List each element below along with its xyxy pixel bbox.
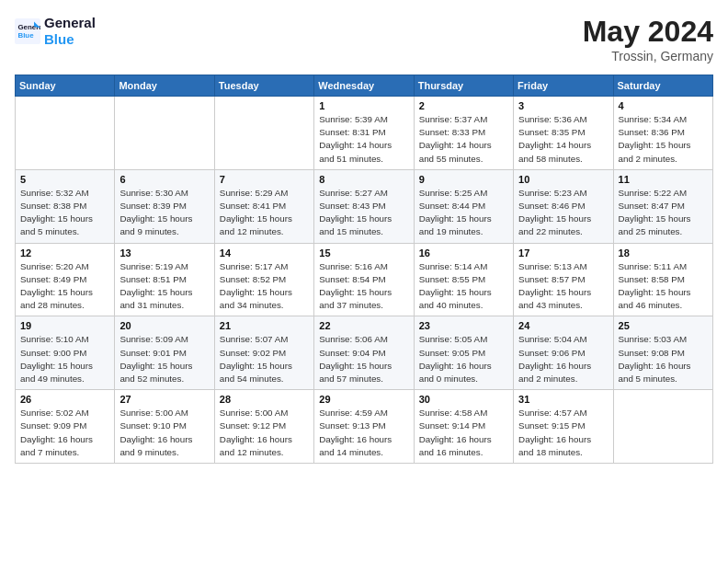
calendar-day-cell: 15Sunrise: 5:16 AMSunset: 8:54 PMDayligh…	[314, 243, 414, 316]
calendar-day-cell: 27Sunrise: 5:00 AMSunset: 9:10 PMDayligh…	[115, 390, 214, 464]
day-info: Sunrise: 5:32 AMSunset: 8:38 PMDaylight:…	[20, 187, 109, 239]
day-number: 19	[20, 320, 109, 331]
day-number: 16	[419, 247, 508, 259]
day-info: Sunrise: 5:20 AMSunset: 8:49 PMDaylight:…	[20, 260, 109, 313]
day-info: Sunrise: 5:05 AMSunset: 9:05 PMDaylight:…	[419, 333, 508, 385]
day-info: Sunrise: 5:39 AMSunset: 8:31 PMDaylight:…	[319, 113, 408, 166]
day-number: 24	[518, 320, 608, 331]
calendar-week-5: 26Sunrise: 5:02 AMSunset: 9:09 PMDayligh…	[16, 390, 713, 464]
day-number: 5	[20, 174, 109, 185]
day-info: Sunrise: 5:02 AMSunset: 9:09 PMDaylight:…	[20, 407, 109, 459]
calendar-day-cell: 16Sunrise: 5:14 AMSunset: 8:55 PMDayligh…	[414, 243, 513, 316]
calendar-day-cell: 29Sunrise: 4:59 AMSunset: 9:13 PMDayligh…	[314, 390, 414, 464]
day-number: 21	[220, 320, 309, 331]
calendar-day-cell: 3Sunrise: 5:36 AMSunset: 8:35 PMDaylight…	[514, 97, 613, 170]
day-info: Sunrise: 5:13 AMSunset: 8:57 PMDaylight:…	[518, 260, 608, 313]
day-number: 12	[20, 247, 109, 259]
logo-icon: General Blue	[15, 18, 40, 44]
calendar-day-cell: 1Sunrise: 5:39 AMSunset: 8:31 PMDaylight…	[314, 97, 414, 170]
day-info: Sunrise: 5:00 AMSunset: 9:12 PMDaylight:…	[220, 407, 309, 459]
day-number: 7	[220, 174, 309, 185]
calendar-day-cell: 28Sunrise: 5:00 AMSunset: 9:12 PMDayligh…	[214, 390, 313, 464]
day-info: Sunrise: 5:23 AMSunset: 8:46 PMDaylight:…	[518, 187, 608, 239]
day-info: Sunrise: 5:29 AMSunset: 8:41 PMDaylight:…	[220, 187, 309, 239]
calendar-day-cell: 23Sunrise: 5:05 AMSunset: 9:05 PMDayligh…	[414, 316, 513, 390]
day-number: 9	[419, 174, 508, 185]
day-number: 30	[419, 394, 508, 405]
day-info: Sunrise: 5:00 AMSunset: 9:10 PMDaylight:…	[119, 407, 209, 459]
calendar-day-cell: 19Sunrise: 5:10 AMSunset: 9:00 PMDayligh…	[16, 316, 115, 390]
weekday-header-tuesday: Tuesday	[214, 75, 313, 97]
location: Trossin, Germany	[583, 49, 713, 63]
weekday-header-wednesday: Wednesday	[314, 75, 414, 97]
day-number: 18	[619, 247, 708, 259]
day-number: 14	[220, 247, 309, 259]
calendar-day-cell	[115, 97, 214, 170]
weekday-header-sunday: Sunday	[16, 75, 115, 97]
day-number: 11	[619, 174, 708, 185]
weekday-header-saturday: Saturday	[613, 75, 712, 97]
page-header: General Blue General Blue May 2024 Tross…	[15, 15, 713, 63]
day-number: 20	[119, 320, 209, 331]
weekday-header-friday: Friday	[514, 75, 613, 97]
day-info: Sunrise: 5:19 AMSunset: 8:51 PMDaylight:…	[119, 260, 209, 313]
day-info: Sunrise: 5:14 AMSunset: 8:55 PMDaylight:…	[419, 260, 508, 313]
day-number: 6	[119, 174, 209, 185]
month-title: May 2024	[583, 15, 713, 49]
day-number: 10	[518, 174, 608, 185]
calendar-day-cell: 12Sunrise: 5:20 AMSunset: 8:49 PMDayligh…	[16, 243, 115, 316]
weekday-header-row: SundayMondayTuesdayWednesdayThursdayFrid…	[16, 75, 713, 97]
day-number: 26	[20, 394, 109, 405]
day-info: Sunrise: 5:07 AMSunset: 9:02 PMDaylight:…	[220, 333, 309, 385]
day-number: 25	[619, 320, 708, 331]
calendar-day-cell: 21Sunrise: 5:07 AMSunset: 9:02 PMDayligh…	[214, 316, 313, 390]
day-number: 2	[419, 100, 508, 111]
title-area: May 2024 Trossin, Germany	[583, 15, 713, 63]
calendar-table: SundayMondayTuesdayWednesdayThursdayFrid…	[15, 75, 713, 464]
day-info: Sunrise: 5:30 AMSunset: 8:39 PMDaylight:…	[119, 187, 209, 239]
day-info: Sunrise: 5:17 AMSunset: 8:52 PMDaylight:…	[220, 260, 309, 313]
day-info: Sunrise: 5:11 AMSunset: 8:58 PMDaylight:…	[619, 260, 708, 313]
calendar-day-cell: 2Sunrise: 5:37 AMSunset: 8:33 PMDaylight…	[414, 97, 513, 170]
calendar-day-cell: 25Sunrise: 5:03 AMSunset: 9:08 PMDayligh…	[613, 316, 712, 390]
calendar-day-cell: 10Sunrise: 5:23 AMSunset: 8:46 PMDayligh…	[514, 169, 613, 243]
calendar-day-cell: 22Sunrise: 5:06 AMSunset: 9:04 PMDayligh…	[314, 316, 414, 390]
calendar-day-cell: 13Sunrise: 5:19 AMSunset: 8:51 PMDayligh…	[115, 243, 214, 316]
logo-blue: Blue	[44, 31, 96, 48]
calendar-day-cell: 11Sunrise: 5:22 AMSunset: 8:47 PMDayligh…	[613, 169, 712, 243]
calendar-week-1: 1Sunrise: 5:39 AMSunset: 8:31 PMDaylight…	[16, 97, 713, 170]
day-number: 28	[220, 394, 309, 405]
day-info: Sunrise: 5:27 AMSunset: 8:43 PMDaylight:…	[319, 187, 408, 239]
svg-text:General: General	[18, 23, 41, 31]
day-info: Sunrise: 4:58 AMSunset: 9:14 PMDaylight:…	[419, 407, 508, 459]
day-number: 13	[119, 247, 209, 259]
calendar-day-cell: 30Sunrise: 4:58 AMSunset: 9:14 PMDayligh…	[414, 390, 513, 464]
day-info: Sunrise: 5:04 AMSunset: 9:06 PMDaylight:…	[518, 333, 608, 385]
day-info: Sunrise: 5:34 AMSunset: 8:36 PMDaylight:…	[619, 113, 708, 166]
day-info: Sunrise: 5:37 AMSunset: 8:33 PMDaylight:…	[419, 113, 508, 166]
calendar-day-cell: 9Sunrise: 5:25 AMSunset: 8:44 PMDaylight…	[414, 169, 513, 243]
calendar-day-cell: 14Sunrise: 5:17 AMSunset: 8:52 PMDayligh…	[214, 243, 313, 316]
day-info: Sunrise: 5:09 AMSunset: 9:01 PMDaylight:…	[119, 333, 209, 385]
day-info: Sunrise: 5:25 AMSunset: 8:44 PMDaylight:…	[419, 187, 508, 239]
day-number: 17	[518, 247, 608, 259]
day-info: Sunrise: 5:36 AMSunset: 8:35 PMDaylight:…	[518, 113, 608, 166]
logo: General Blue General Blue	[15, 15, 96, 48]
logo-general: General	[44, 15, 96, 31]
calendar-day-cell: 24Sunrise: 5:04 AMSunset: 9:06 PMDayligh…	[514, 316, 613, 390]
day-info: Sunrise: 5:22 AMSunset: 8:47 PMDaylight:…	[619, 187, 708, 239]
calendar-day-cell: 18Sunrise: 5:11 AMSunset: 8:58 PMDayligh…	[613, 243, 712, 316]
calendar-day-cell: 26Sunrise: 5:02 AMSunset: 9:09 PMDayligh…	[16, 390, 115, 464]
day-number: 22	[319, 320, 408, 331]
svg-text:Blue: Blue	[18, 31, 35, 40]
day-number: 23	[419, 320, 508, 331]
day-number: 15	[319, 247, 408, 259]
weekday-header-thursday: Thursday	[414, 75, 513, 97]
day-number: 31	[518, 394, 608, 405]
weekday-header-monday: Monday	[115, 75, 214, 97]
day-number: 8	[319, 174, 408, 185]
day-number: 1	[319, 100, 408, 111]
calendar-day-cell	[16, 97, 115, 170]
day-number: 4	[619, 100, 708, 111]
calendar-day-cell: 17Sunrise: 5:13 AMSunset: 8:57 PMDayligh…	[514, 243, 613, 316]
